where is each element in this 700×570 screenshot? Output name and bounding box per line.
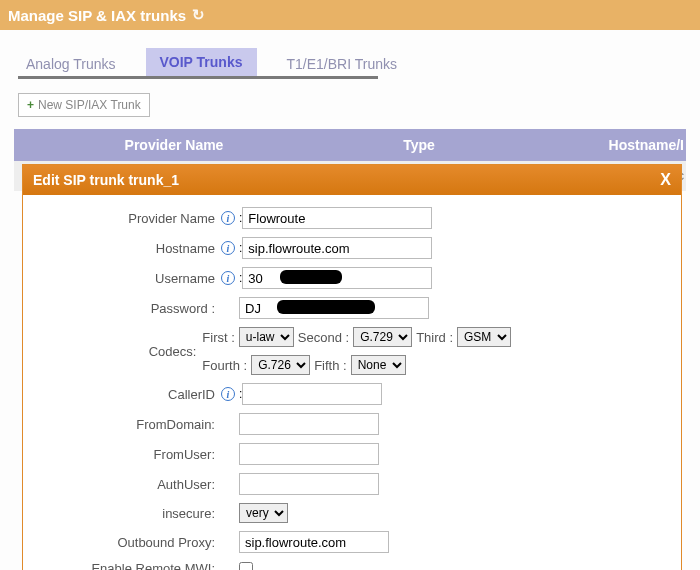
label-third: Third : — [416, 330, 453, 345]
edit-trunk-modal: Edit SIP trunk trunk_1 X Provider Name i… — [22, 164, 682, 570]
label-authuser: AuthUser: — [41, 477, 221, 492]
page-title: Manage SIP & IAX trunks — [8, 7, 186, 24]
label-second: Second : — [298, 330, 349, 345]
label-hostname: Hostname — [41, 241, 221, 256]
outbound-proxy-input[interactable] — [239, 531, 389, 553]
col-host: Hostname/I — [504, 137, 686, 153]
label-first: First : — [202, 330, 235, 345]
codec1-select[interactable]: u-law — [239, 327, 294, 347]
info-icon[interactable]: i — [221, 271, 235, 285]
info-icon[interactable]: i — [221, 211, 235, 225]
tabs: Analog Trunks VOIP Trunks T1/E1/BRI Trun… — [20, 48, 700, 76]
tab-underline — [18, 76, 378, 79]
modal-body: Provider Name i: Hostname i: Username i:… — [23, 195, 681, 570]
enable-remote-mwi-checkbox[interactable] — [239, 562, 253, 571]
plus-icon: + — [27, 98, 34, 112]
col-provider: Provider Name — [14, 137, 334, 153]
close-icon[interactable]: X — [660, 171, 671, 189]
label-fourth: Fourth : — [202, 358, 247, 373]
password-input[interactable] — [239, 297, 429, 319]
grid-header: Provider Name Type Hostname/I — [14, 129, 686, 161]
tab-analog[interactable]: Analog Trunks — [20, 52, 122, 76]
label-insecure: insecure: — [41, 506, 221, 521]
new-trunk-label: New SIP/IAX Trunk — [38, 98, 141, 112]
hostname-input[interactable] — [242, 237, 432, 259]
username-input[interactable] — [242, 267, 432, 289]
tab-t1[interactable]: T1/E1/BRI Trunks — [281, 52, 403, 76]
codec2-select[interactable]: G.729 — [353, 327, 412, 347]
label-codecs: Codecs: — [41, 344, 202, 359]
insecure-select[interactable]: very — [239, 503, 288, 523]
label-outbound: Outbound Proxy: — [41, 535, 221, 550]
codec3-select[interactable]: GSM — [457, 327, 511, 347]
label-fromuser: FromUser: — [41, 447, 221, 462]
codec5-select[interactable]: None — [351, 355, 406, 375]
fromdomain-input[interactable] — [239, 413, 379, 435]
label-provider: Provider Name — [41, 211, 221, 226]
label-fromdomain: FromDomain: — [41, 417, 221, 432]
refresh-icon[interactable]: ↻ — [192, 6, 205, 24]
authuser-input[interactable] — [239, 473, 379, 495]
tab-voip[interactable]: VOIP Trunks — [146, 48, 257, 76]
label-enable-remote: Enable Remote MWI: — [41, 561, 221, 570]
callerid-input[interactable] — [242, 383, 382, 405]
provider-input[interactable] — [242, 207, 432, 229]
new-trunk-button[interactable]: + New SIP/IAX Trunk — [18, 93, 150, 117]
label-fifth: Fifth : — [314, 358, 347, 373]
info-icon[interactable]: i — [221, 241, 235, 255]
label-callerid: CallerID — [41, 387, 221, 402]
info-icon[interactable]: i — [221, 387, 235, 401]
page-header: Manage SIP & IAX trunks ↻ — [0, 0, 700, 30]
label-username: Username — [41, 271, 221, 286]
col-type: Type — [334, 137, 504, 153]
fromuser-input[interactable] — [239, 443, 379, 465]
codec4-select[interactable]: G.726 — [251, 355, 310, 375]
modal-title: Edit SIP trunk trunk_1 — [33, 172, 179, 188]
modal-header: Edit SIP trunk trunk_1 X — [23, 165, 681, 195]
label-password: Password : — [41, 301, 221, 316]
